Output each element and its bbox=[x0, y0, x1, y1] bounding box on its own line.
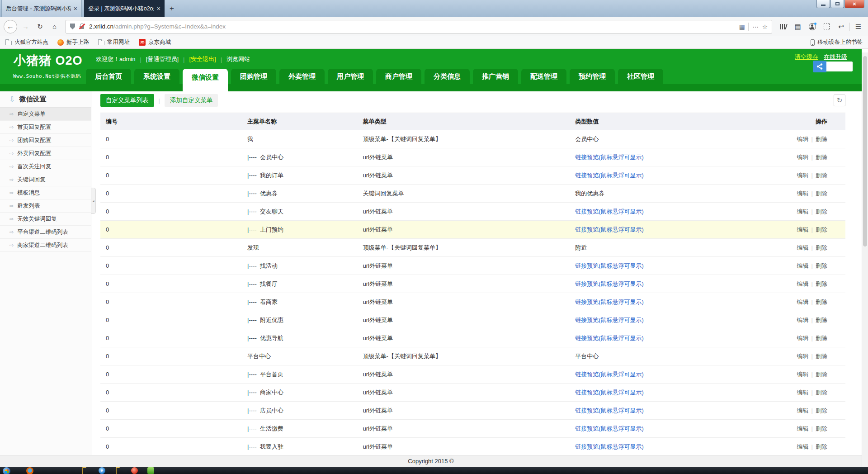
sidebar-item[interactable]: ⇨关键词回复 bbox=[0, 173, 91, 186]
delete-link[interactable]: 删除 bbox=[816, 407, 827, 414]
browser-tab-inactive[interactable]: 登录 | 亲测源码网小猪o2o最新V2.8 × bbox=[84, 0, 165, 17]
share-button[interactable] bbox=[813, 61, 826, 72]
reload-button[interactable]: ↻ bbox=[34, 20, 46, 33]
taskbar-firefox-icon[interactable] bbox=[26, 467, 33, 474]
browse-site-link[interactable]: 浏览网站 bbox=[226, 55, 250, 63]
nav-tab[interactable]: 预约管理 bbox=[570, 69, 615, 84]
edit-link[interactable]: 编辑 bbox=[797, 335, 809, 341]
close-window-button[interactable]: × bbox=[844, 0, 864, 8]
link-preview[interactable]: 链接预览(鼠标悬浮可显示) bbox=[570, 280, 752, 288]
online-upgrade-link[interactable]: 在线升级 bbox=[824, 53, 847, 61]
link-preview[interactable]: 链接预览(鼠标悬浮可显示) bbox=[570, 298, 752, 306]
sidebar-toggle-icon[interactable]: ▤ bbox=[792, 20, 804, 33]
url-bar[interactable]: 2.xriid.cn/admin.php?g=System&c=Index&a=… bbox=[66, 20, 772, 33]
taskbar-browser-icon[interactable]: e bbox=[99, 467, 105, 474]
scrollbar[interactable] bbox=[862, 52, 868, 467]
delete-link[interactable]: 删除 bbox=[816, 172, 827, 179]
delete-link[interactable]: 删除 bbox=[816, 226, 827, 233]
screenshot-icon[interactable] bbox=[821, 20, 833, 33]
bookmark-star-icon[interactable]: ☆ bbox=[762, 23, 768, 30]
taskbar-red-app-icon[interactable] bbox=[131, 467, 138, 474]
start-button[interactable] bbox=[3, 467, 10, 474]
nav-tab[interactable]: 团购管理 bbox=[231, 69, 276, 84]
delete-link[interactable]: 删除 bbox=[816, 154, 827, 161]
edit-link[interactable]: 编辑 bbox=[797, 371, 809, 378]
delete-link[interactable]: 删除 bbox=[816, 353, 827, 360]
scrollbar-thumb[interactable] bbox=[863, 56, 867, 246]
nav-tab[interactable]: 分类信息 bbox=[425, 69, 470, 84]
edit-link[interactable]: 编辑 bbox=[797, 299, 809, 305]
maximize-button[interactable] bbox=[830, 0, 844, 8]
nav-tab[interactable]: 推广营销 bbox=[473, 69, 518, 84]
nav-tab[interactable]: 商户管理 bbox=[376, 69, 421, 84]
link-preview[interactable]: 链接预览(鼠标悬浮可显示) bbox=[570, 153, 752, 161]
new-tab-button[interactable]: + bbox=[165, 0, 179, 17]
sidebar-item[interactable]: ⇨商家渠道二维码列表 bbox=[0, 239, 91, 252]
nav-tab[interactable]: 配送管理 bbox=[521, 69, 566, 84]
browser-tab-active[interactable]: 后台管理 - 亲测源码网小猪o2o最新 × bbox=[1, 0, 82, 17]
insecure-lock-icon[interactable] bbox=[79, 23, 85, 30]
link-preview[interactable]: 链接预览(鼠标悬浮可显示) bbox=[570, 226, 752, 234]
refresh-button[interactable]: ↻ bbox=[834, 95, 845, 106]
link-preview[interactable]: 链接预览(鼠标悬浮可显示) bbox=[570, 425, 752, 433]
nav-tab[interactable]: 后台首页 bbox=[86, 69, 131, 84]
account-icon[interactable] bbox=[806, 20, 818, 33]
edit-link[interactable]: 编辑 bbox=[797, 262, 809, 269]
taskbar-folder-icon[interactable] bbox=[82, 467, 83, 474]
sidebar-item[interactable]: ⇨团购回复配置 bbox=[0, 134, 91, 147]
nav-tab[interactable]: 外卖管理 bbox=[279, 69, 325, 84]
delete-link[interactable]: 删除 bbox=[816, 389, 827, 396]
delete-link[interactable]: 删除 bbox=[816, 280, 827, 287]
edit-link[interactable]: 编辑 bbox=[797, 443, 809, 450]
delete-link[interactable]: 删除 bbox=[816, 262, 827, 269]
link-preview[interactable]: 链接预览(鼠标悬浮可显示) bbox=[570, 407, 752, 415]
sidebar-item[interactable]: ⇨群发列表 bbox=[0, 199, 91, 213]
link-preview[interactable]: 链接预览(鼠标悬浮可显示) bbox=[570, 316, 752, 324]
tracking-protection-icon[interactable] bbox=[70, 24, 75, 29]
sidebar-item[interactable]: ⇨无效关键词回复 bbox=[0, 213, 91, 226]
edit-link[interactable]: 编辑 bbox=[797, 190, 809, 197]
bookmark-item[interactable]: JD京东商城 bbox=[139, 38, 171, 46]
library-icon[interactable] bbox=[777, 20, 789, 33]
link-preview[interactable]: 链接预览(鼠标悬浮可显示) bbox=[570, 171, 752, 180]
delete-link[interactable]: 删除 bbox=[816, 244, 827, 251]
edit-link[interactable]: 编辑 bbox=[797, 154, 809, 161]
home-button[interactable]: ⌂ bbox=[48, 20, 61, 33]
undo-icon[interactable]: ↩ bbox=[835, 20, 847, 33]
tab-close-icon[interactable]: × bbox=[74, 5, 77, 12]
delete-link[interactable]: 删除 bbox=[816, 335, 827, 341]
delete-link[interactable]: 删除 bbox=[816, 136, 827, 142]
clear-cache-link[interactable]: 清空缓存 bbox=[795, 53, 818, 61]
bookmark-item[interactable]: 新手上路 bbox=[57, 38, 89, 46]
edit-link[interactable]: 编辑 bbox=[797, 208, 809, 215]
sidebar-item[interactable]: ⇨首次关注回复 bbox=[0, 160, 91, 173]
bookmark-item[interactable]: 常用网址 bbox=[98, 38, 130, 46]
link-preview[interactable]: 链接预览(鼠标悬浮可显示) bbox=[570, 334, 752, 342]
link-preview[interactable]: 链接预览(鼠标悬浮可显示) bbox=[570, 370, 752, 379]
edit-link[interactable]: 编辑 bbox=[797, 226, 809, 233]
back-button[interactable]: ← bbox=[4, 20, 17, 33]
link-preview[interactable]: 链接预览(鼠标悬浮可显示) bbox=[570, 208, 752, 216]
delete-link[interactable]: 删除 bbox=[816, 371, 827, 378]
link-preview[interactable]: 链接预览(鼠标悬浮可显示) bbox=[570, 389, 752, 397]
nav-tab[interactable]: 微信设置 bbox=[183, 69, 228, 91]
edit-link[interactable]: 编辑 bbox=[797, 280, 809, 287]
delete-link[interactable]: 删除 bbox=[816, 299, 827, 305]
qr-code-icon[interactable]: ▦ bbox=[739, 23, 745, 30]
share-box[interactable] bbox=[826, 62, 853, 71]
nav-tab[interactable]: 社区管理 bbox=[618, 69, 663, 84]
delete-link[interactable]: 删除 bbox=[816, 317, 827, 323]
edit-link[interactable]: 编辑 bbox=[797, 425, 809, 432]
mobile-bookmarks[interactable]: 移动设备上的书签 bbox=[811, 38, 863, 46]
sidebar-collapse-handle[interactable]: ◂ bbox=[91, 188, 96, 214]
edit-link[interactable]: 编辑 bbox=[797, 407, 809, 414]
link-preview[interactable]: 链接预览(鼠标悬浮可显示) bbox=[570, 262, 752, 270]
delete-link[interactable]: 删除 bbox=[816, 208, 827, 215]
sidebar-item[interactable]: ⇨自定义菜单 bbox=[0, 108, 91, 121]
nav-tab[interactable]: 系统设置 bbox=[134, 69, 179, 84]
tab-close-icon[interactable]: × bbox=[157, 5, 160, 12]
delete-link[interactable]: 删除 bbox=[816, 425, 827, 432]
delete-link[interactable]: 删除 bbox=[816, 443, 827, 450]
delete-link[interactable]: 删除 bbox=[816, 190, 827, 197]
sidebar-item[interactable]: ⇨外卖回复配置 bbox=[0, 147, 91, 160]
